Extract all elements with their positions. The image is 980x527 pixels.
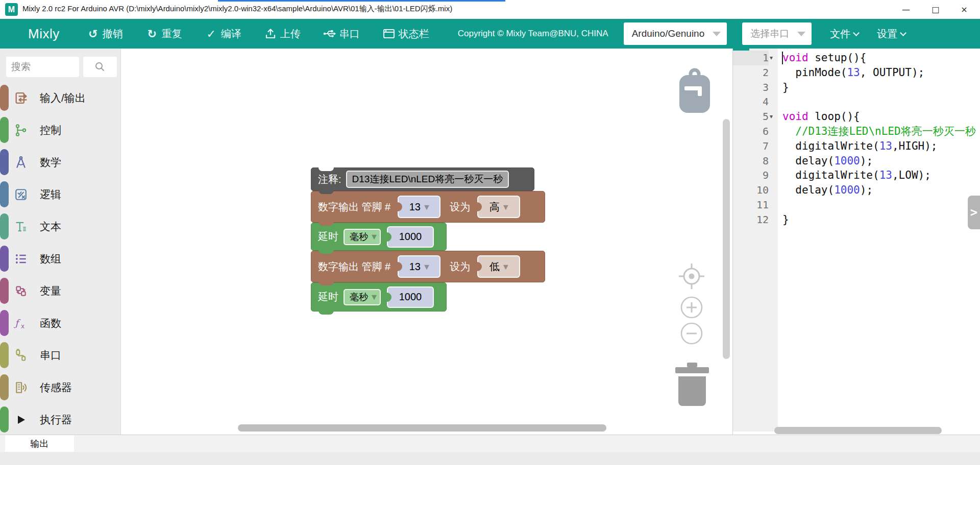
line-number: 3 (733, 80, 769, 95)
compile-icon: ✓ (205, 27, 218, 40)
time-unit-value: 毫秒 (350, 291, 368, 303)
fold-arrow-icon[interactable]: ▾ (770, 109, 778, 124)
code-text: digitalWrite(13,HIGH); (782, 139, 980, 154)
fold-arrow-icon[interactable]: ▾ (770, 51, 778, 65)
digital-write-high-block[interactable]: 数字输出 管脚 # 13 ▼ 设为 高 ▼ (311, 191, 545, 223)
level-dropdown[interactable]: 低 ▼ (477, 255, 520, 278)
code-line[interactable]: 12} (733, 212, 980, 227)
delay-block[interactable]: 延时 毫秒 ▼ 1000 (311, 282, 447, 312)
toolbar-item-compile[interactable]: ✓编译 (205, 27, 241, 41)
category-label: 传感器 (40, 380, 72, 395)
sidebar-category-logic[interactable]: 逻辑 (0, 178, 121, 210)
line-number: 2 (733, 65, 769, 80)
title-bar: M Mixly 2.0 rc2 For Arduino AVR (D:\mixl… (0, 0, 980, 19)
sidebar-category-io[interactable]: 输入/输出 (0, 82, 121, 114)
port-select[interactable]: 选择串口 (742, 22, 812, 45)
search-input[interactable] (6, 57, 79, 77)
sidebar-category-actuator[interactable]: 执行器 (0, 403, 121, 436)
delay-ms-field[interactable]: 1000 (387, 226, 434, 248)
zoom-in-button[interactable] (680, 296, 703, 321)
time-unit-dropdown[interactable]: 毫秒 ▼ (344, 229, 381, 245)
toolbar-item-undo[interactable]: ↻撤销 (86, 27, 123, 41)
code-line[interactable]: 5▾void loop(){ (733, 109, 980, 124)
port-select-value: 选择串口 (750, 27, 789, 40)
sidebar-category-text[interactable]: 文本 (0, 210, 121, 243)
dropdown-arrow-icon: ▼ (424, 263, 429, 271)
delay-block[interactable]: 延时 毫秒 ▼ 1000 (311, 223, 447, 251)
code-line[interactable]: 11 (733, 198, 980, 212)
code-line[interactable]: 4 (733, 94, 980, 109)
zoom-out-button[interactable] (680, 322, 703, 347)
toolbar-item-upload[interactable]: 上传 (264, 27, 301, 41)
dropdown-arrow-icon: ▼ (372, 233, 377, 241)
sidebar-category-serial[interactable]: 串口 (0, 339, 121, 371)
file-menu[interactable]: 文件 (830, 27, 859, 41)
code-panel[interactable]: 1▾void setup(){2 pinMode(13, OUTPUT);3}4… (732, 49, 980, 435)
board-select[interactable]: Arduino/Genuino (624, 22, 727, 45)
block-bottom-tab (318, 310, 334, 315)
pin-value: 13 (409, 261, 421, 273)
canvas-vertical-scrollbar[interactable] (723, 119, 730, 359)
pin-dropdown[interactable]: 13 ▼ (398, 255, 440, 278)
tab-output[interactable]: 输出 (5, 435, 74, 452)
code-line[interactable]: 3} (733, 80, 980, 95)
sidebar-category-function[interactable]: ƒx函数 (0, 307, 121, 339)
delay-ms-field[interactable]: 1000 (387, 286, 434, 308)
line-number: 12 (733, 212, 769, 227)
category-list: 输入/输出控制数学逻辑文本数组变量ƒx函数串口传感器执行器 (0, 82, 121, 436)
upload-icon (264, 27, 277, 40)
backpack-icon[interactable] (678, 68, 712, 116)
sidebar-category-control[interactable]: 控制 (0, 114, 121, 146)
sidebar-category-variable[interactable]: 变量 (0, 275, 121, 307)
code-text: } (782, 212, 980, 227)
digital-write-low-block[interactable]: 数字输出 管脚 # 13 ▼ 设为 低 ▼ (311, 251, 545, 282)
category-label: 逻辑 (40, 187, 61, 202)
category-color-bar (0, 213, 9, 239)
time-unit-dropdown[interactable]: 毫秒 ▼ (344, 289, 381, 305)
line-number: 9 (733, 168, 769, 183)
code-line[interactable]: 2 pinMode(13, OUTPUT); (733, 65, 980, 80)
comment-text-field[interactable]: D13连接LED\nLED将亮一秒灭一秒 (346, 171, 509, 188)
svg-text:ƒ: ƒ (14, 318, 21, 328)
code-lines[interactable]: 1▾void setup(){2 pinMode(13, OUTPUT);3}4… (733, 51, 980, 227)
category-color-bar (0, 342, 9, 368)
category-color-bar (0, 149, 9, 175)
code-line[interactable]: 8 delay(1000); (733, 154, 980, 169)
minimize-button[interactable]: — (894, 0, 918, 19)
sidebar-category-math[interactable]: 数学 (0, 146, 121, 178)
zoom-to-center-button[interactable] (677, 262, 706, 293)
category-color-bar (0, 278, 9, 304)
collapse-code-panel-handle[interactable]: > (968, 196, 980, 229)
minus-icon (680, 322, 703, 345)
toolbar-item-statusbar[interactable]: 状态栏 (382, 27, 429, 41)
toolbar-item-redo[interactable]: ↻重复 (145, 27, 182, 41)
sidebar-category-sensor[interactable]: 传感器 (0, 371, 121, 403)
delay-label: 延时 (318, 290, 338, 304)
brand-label: Mixly (28, 26, 60, 42)
comment-block[interactable]: 注释: D13连接LED\nLED将亮一秒灭一秒 (311, 167, 534, 191)
code-line[interactable]: 10 delay(1000); (733, 183, 980, 198)
plus-icon (680, 296, 703, 319)
code-line[interactable]: 9 digitalWrite(13,LOW); (733, 168, 980, 183)
copyright-text: Copyright © Mixly Team@BNU, CHINA (458, 29, 608, 39)
category-label: 函数 (40, 316, 61, 330)
canvas-horizontal-scrollbar[interactable] (238, 424, 606, 432)
pin-dropdown[interactable]: 13 ▼ (398, 196, 440, 218)
code-line[interactable]: 7 digitalWrite(13,HIGH); (733, 139, 980, 154)
code-horizontal-scrollbar[interactable] (774, 427, 942, 434)
chevron-down-icon (900, 30, 906, 36)
block-workspace-canvas[interactable]: 注释: D13连接LED\nLED将亮一秒灭一秒 数字输出 管脚 # 13 ▼ … (121, 49, 732, 435)
close-button[interactable]: × (952, 0, 976, 19)
sidebar-category-array[interactable]: 数组 (0, 243, 121, 275)
code-line[interactable]: 6 //D13连接LED\nLED将亮一秒灭一秒 (733, 124, 980, 139)
level-dropdown[interactable]: 高 ▼ (477, 196, 520, 218)
settings-menu[interactable]: 设置 (877, 27, 905, 41)
code-line[interactable]: 1▾void setup(){ (733, 51, 980, 65)
maximize-button[interactable]: □ (924, 0, 947, 19)
trash-icon[interactable] (673, 363, 712, 410)
toolbar-item-serial[interactable]: 串口 (323, 27, 360, 41)
title-accent-line (218, 0, 505, 2)
comment-block-label: 注释: (318, 173, 341, 186)
search-button[interactable] (83, 57, 117, 77)
code-text: void loop(){ (782, 109, 980, 124)
